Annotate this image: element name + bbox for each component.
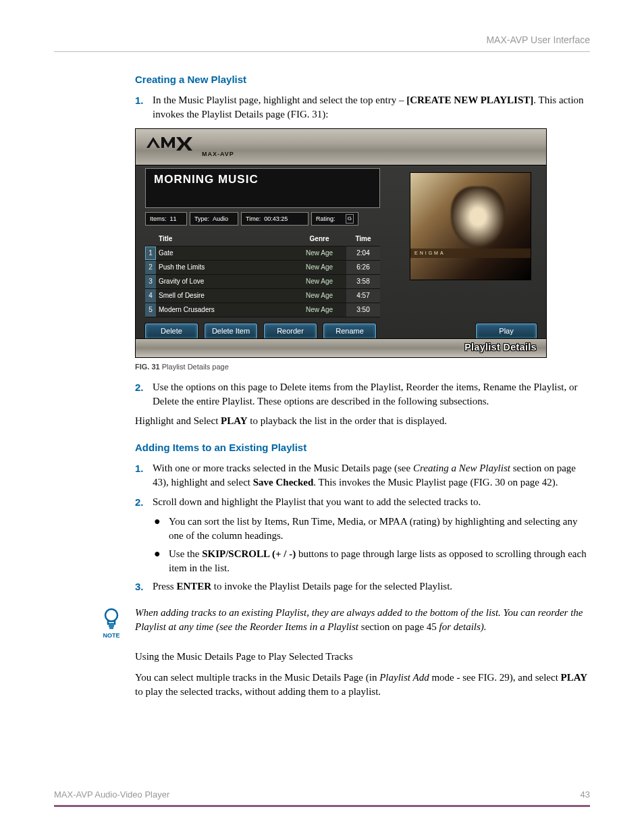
- playlist-title: MORNING MUSIC: [154, 172, 371, 188]
- value: 00:43:25: [264, 215, 288, 224]
- amx-logo: MAX-AVP: [145, 134, 234, 159]
- text: In the Music Playlist page, highlight an…: [153, 95, 406, 105]
- playlist-title-box: MORNING MUSIC: [145, 168, 380, 209]
- page-footer: MAX-AVP Audio-Video Player 43: [54, 789, 590, 807]
- cell: 2:04: [346, 246, 380, 260]
- cell: New Age: [292, 246, 346, 260]
- text: Highlight and Select: [135, 415, 221, 426]
- ol-number: 1.: [135, 461, 153, 490]
- label: Time:: [246, 215, 261, 224]
- ol-number: 2.: [135, 495, 153, 509]
- figure-caption: FIG. 31 Playlist Details page: [135, 362, 590, 372]
- svg-point-3: [105, 609, 117, 621]
- col-title: Title: [156, 232, 292, 246]
- step-2-options: 2. Use the options on this page to Delet…: [135, 380, 590, 409]
- cell: Gate: [156, 246, 292, 260]
- stat-rating: Rating:G: [311, 212, 358, 225]
- text-bold: SKIP/SCROLL (+ / -): [202, 548, 296, 559]
- text: mode - see FIG. 29), and select: [429, 672, 561, 683]
- text: Press: [153, 581, 176, 592]
- heading-creating-playlist: Creating a New Playlist: [135, 72, 590, 86]
- cell: New Age: [292, 260, 346, 274]
- stat-type: Type: Audio: [190, 212, 238, 225]
- cell: Gravity of Love: [156, 274, 292, 288]
- note-label: NOTE: [95, 631, 128, 640]
- table-row[interactable]: 3 Gravity of Love New Age 3:58: [145, 274, 380, 288]
- cell: 6:26: [346, 260, 380, 274]
- text-bold: ENTER: [176, 581, 211, 592]
- table-row[interactable]: 4 Smell of Desire New Age 4:57: [145, 288, 380, 303]
- text: You can sort the list by Items, Run Time…: [169, 515, 590, 543]
- step-1-add: 1. With one or more tracks selected in t…: [135, 461, 590, 490]
- text: to play the selected tracks, without add…: [135, 686, 381, 697]
- rename-button[interactable]: Rename: [323, 323, 376, 339]
- text-bold: PLAY: [221, 415, 247, 426]
- text-bold: [CREATE NEW PLAYLIST]: [406, 95, 533, 105]
- figure-screenshot: MAX-AVP MORNING MUSIC Items: 11 Type: Au…: [135, 128, 547, 358]
- table-row[interactable]: 2 Push the Limits New Age 6:26: [145, 260, 380, 274]
- ol-number: 2.: [135, 380, 153, 409]
- cell: Modern Crusaders: [156, 303, 292, 317]
- bullet-skip: ● Use the SKIP/SCROLL (+ / -) buttons to…: [154, 547, 590, 575]
- text-italic: Playlist Add: [379, 672, 429, 683]
- bottom-bar: Playlist Details: [136, 338, 546, 357]
- text-italic: for details).: [439, 621, 487, 632]
- top-bar: MAX-AVP: [136, 129, 546, 165]
- cell: 1: [145, 246, 156, 260]
- breadcrumb: Playlist Details: [464, 341, 537, 355]
- label: Items:: [150, 215, 167, 224]
- track-table: Title Genre Time 1 Gate New Age 2:04: [145, 232, 380, 317]
- cell: 4:57: [346, 288, 380, 303]
- step-2-add: 2. Scroll down and highlight the Playlis…: [135, 495, 590, 509]
- reorder-button[interactable]: Reorder: [264, 323, 317, 339]
- footer-left: MAX-AVP Audio-Video Player: [54, 789, 169, 801]
- note-text: When adding tracks to an existing Playli…: [135, 606, 590, 634]
- stat-items: Items: 11: [145, 212, 187, 225]
- delete-item-button[interactable]: Delete Item: [205, 323, 257, 339]
- heading-adding-items: Adding Items to an Existing Playlist: [135, 440, 590, 454]
- subheading-using-details: Using the Music Details Page to Play Sel…: [135, 650, 590, 664]
- cell: New Age: [292, 303, 346, 317]
- bullet-icon: ●: [154, 547, 169, 575]
- cell: 3:50: [346, 303, 380, 317]
- text: section on page 45: [358, 621, 439, 632]
- value: 11: [170, 215, 177, 224]
- album-art: ENIGMA: [410, 172, 531, 280]
- page-number: 43: [581, 789, 590, 801]
- rating-badge: G: [346, 214, 354, 223]
- cell: 3:58: [346, 274, 380, 288]
- text: Use the: [169, 548, 202, 559]
- label: Type:: [194, 215, 209, 224]
- col-genre: Genre: [292, 232, 346, 246]
- table-row[interactable]: 1 Gate New Age 2:04: [145, 246, 380, 260]
- text: Scroll down and highlight the Playlist t…: [153, 495, 590, 509]
- cell: Push the Limits: [156, 260, 292, 274]
- value: Audio: [213, 215, 228, 224]
- cell: 3: [145, 274, 156, 288]
- delete-button[interactable]: Delete: [145, 323, 198, 339]
- note-icon: NOTE: [95, 606, 128, 640]
- svg-marker-0: [146, 137, 160, 148]
- step-3-add: 3. Press ENTER to invoke the Playlist De…: [135, 579, 590, 594]
- fig-text: Playlist Details page: [160, 363, 229, 371]
- text: You can select multiple tracks in the Mu…: [135, 672, 379, 683]
- fig-label: FIG. 31: [135, 363, 160, 371]
- svg-marker-1: [161, 137, 175, 148]
- table-row[interactable]: 5 Modern Crusaders New Age 3:50: [145, 303, 380, 317]
- ol-number: 3.: [135, 579, 153, 594]
- text: With one or more tracks selected in the …: [153, 463, 413, 473]
- cell: 4: [145, 288, 156, 303]
- text-italic: Creating a New Playlist: [413, 463, 510, 473]
- text-bold: Save Checked: [253, 477, 314, 488]
- label: Rating:: [316, 215, 336, 224]
- col-time: Time: [346, 232, 380, 246]
- play-button[interactable]: Play: [476, 323, 537, 339]
- stat-time: Time: 00:43:25: [241, 212, 308, 225]
- album-strip-text: ENIGMA: [410, 249, 531, 258]
- note-block: NOTE When adding tracks to an existing P…: [95, 606, 590, 640]
- cell: New Age: [292, 288, 346, 303]
- bullet-sort: ● You can sort the list by Items, Run Ti…: [154, 515, 590, 543]
- bullet-icon: ●: [154, 515, 169, 543]
- table-header-row: Title Genre Time: [145, 232, 380, 246]
- text: . This invokes the Music Playlist page (…: [313, 477, 558, 488]
